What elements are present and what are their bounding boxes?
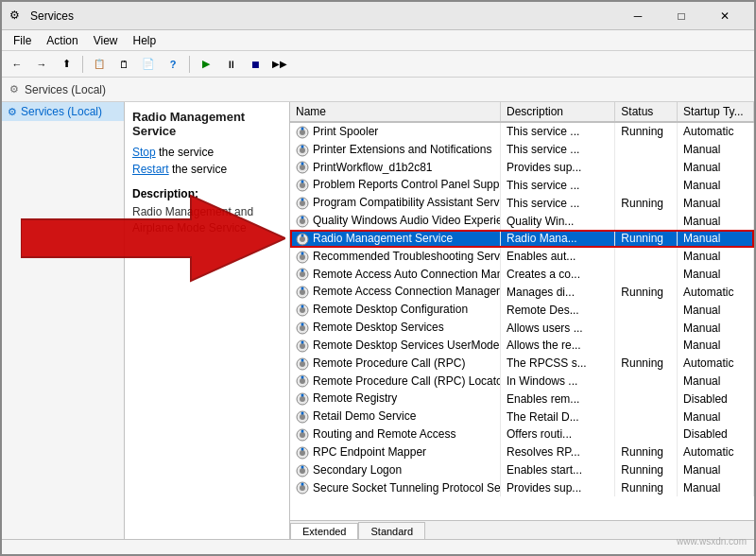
svg-point-13 [300,200,305,206]
svg-point-25 [300,271,305,277]
back-button[interactable]: ← [6,54,28,75]
menu-file[interactable]: File [6,32,39,49]
col-header-name[interactable]: Name [290,102,500,122]
service-status-cell [615,337,678,355]
svg-point-11 [301,181,304,183]
service-name-cell: Recommended Troubleshooting Service [290,248,500,266]
help-button[interactable]: ? [162,54,184,75]
table-row[interactable]: Remote Access Connection ManagerManages … [290,283,754,301]
svg-point-23 [301,252,304,254]
service-icon [296,410,309,424]
svg-point-20 [301,234,304,236]
service-name-cell: Secure Socket Tunneling Protocol Service [290,479,500,497]
service-startup-cell: Manual [678,301,754,319]
table-row[interactable]: PrintWorkflow_d1b2c81Provides sup...Manu… [290,159,754,177]
table-row[interactable]: Remote Desktop Services UserMode Po...Al… [290,337,754,355]
sidebar-item-services-local[interactable]: ⚙ Services (Local) [2,102,124,121]
start-service-button[interactable]: ▶ [195,54,217,75]
stop-service-button[interactable]: ⏹ [244,54,266,75]
service-startup-cell: Automatic [678,355,754,373]
service-desc-cell: Manages di... [500,283,614,301]
table-row[interactable]: Remote Procedure Call (RPC)The RPCSS s..… [290,355,754,373]
window-title: Services [30,9,616,23]
service-startup-cell: Automatic [678,122,754,141]
table-row[interactable]: Routing and Remote AccessOffers routi...… [290,426,754,443]
service-status-cell: Running [615,479,678,497]
table-row[interactable]: Print SpoolerThis service ...RunningAuto… [290,122,754,141]
tab-extended[interactable]: Extended [290,523,358,539]
service-status-cell: Running [615,283,678,301]
svg-point-49 [300,414,305,420]
service-name-cell: PrintWorkflow_d1b2c81 [290,159,500,177]
svg-point-61 [300,485,305,491]
col-header-startup[interactable]: Startup Ty... [678,102,754,122]
service-status-cell [615,319,678,337]
svg-point-4 [300,148,305,153]
table-row[interactable]: Problem Reports Control Panel SupportThi… [290,176,754,194]
service-startup-cell: Disabled [678,426,754,443]
svg-point-47 [301,394,304,397]
svg-point-53 [301,429,304,432]
table-row[interactable]: Printer Extensions and NotificationsThis… [290,141,754,159]
description-label: Description: [132,187,282,200]
table-row[interactable]: Secondary LogonEnables start...RunningMa… [290,461,754,479]
service-status-cell [615,426,678,443]
close-button[interactable]: ✕ [703,2,747,30]
table-row[interactable]: Remote RegistryEnables rem...Disabled [290,390,754,408]
service-startup-cell: Automatic [678,283,754,301]
col-header-description[interactable]: Description [500,102,614,122]
service-desc-cell: Offers routi... [500,426,614,443]
table-row[interactable]: Remote Desktop ServicesAllows users ...M… [290,319,754,337]
restart-service-button[interactable]: ▶▶ [268,54,291,75]
service-startup-cell: Manual [678,337,754,355]
table-row[interactable]: Secure Socket Tunneling Protocol Service… [290,479,754,497]
service-startup-cell: Manual [678,461,754,479]
toolbar-separator-2 [189,56,190,73]
left-panel: Radio Management Service Stop the servic… [125,102,290,539]
stop-link[interactable]: Stop [132,146,156,159]
tab-standard[interactable]: Standard [358,522,425,539]
export-button[interactable]: 📄 [137,54,160,75]
table-row[interactable]: Retail Demo ServiceThe Retail D...Manual [290,408,754,426]
table-row[interactable]: Radio Management ServiceRadio Mana...Run… [290,230,754,248]
table-row[interactable]: RPC Endpoint MapperResolves RP...Running… [290,443,754,461]
service-icon [296,215,309,228]
table-row[interactable]: Remote Procedure Call (RPC) LocatorIn Wi… [290,373,754,391]
service-startup-cell: Manual [678,319,754,337]
service-icon [296,374,309,388]
table-row[interactable]: Remote Access Auto Connection Mana...Cre… [290,266,754,284]
col-header-status[interactable]: Status [615,102,678,122]
restart-the-service-text: the service [172,163,227,176]
right-panel: Name Description Status Startup Ty... Pr… [290,102,754,539]
service-desc-cell: The Retail D... [500,408,614,426]
table-row[interactable]: Program Compatibility Assistant ServiceT… [290,194,754,212]
table-row[interactable]: Quality Windows Audio Video Experien...Q… [290,212,754,230]
maximize-button[interactable]: □ [660,2,703,30]
table-row[interactable]: Recommended Troubleshooting ServiceEnabl… [290,248,754,266]
forward-button[interactable]: → [30,54,53,75]
minimize-button[interactable]: ─ [616,2,660,30]
service-desc-cell: Enables start... [500,461,614,479]
main-window: ⚙ Services ─ □ ✕ File Action View Help ←… [0,0,756,556]
menu-view[interactable]: View [86,32,126,49]
svg-point-26 [301,269,304,272]
status-bar [2,539,754,556]
toolbar-separator-1 [82,56,83,73]
show-hide-button[interactable]: 📋 [88,54,111,75]
svg-point-52 [300,432,305,438]
menu-help[interactable]: Help [126,32,164,49]
properties-button[interactable]: 🗒 [112,54,135,75]
restart-link[interactable]: Restart [132,163,169,176]
service-icon [296,428,309,442]
svg-point-44 [301,376,304,379]
services-table-container[interactable]: Name Description Status Startup Ty... Pr… [290,102,754,520]
table-row[interactable]: Remote Desktop ConfigurationRemote Des..… [290,301,754,319]
services-table: Name Description Status Startup Ty... Pr… [290,102,754,496]
menu-action[interactable]: Action [39,32,85,49]
service-status-cell [615,159,678,177]
up-button[interactable]: ⬆ [55,54,77,75]
service-startup-cell: Manual [678,176,754,194]
service-startup-cell: Manual [678,194,754,212]
pause-service-button[interactable]: ⏸ [219,54,242,75]
service-startup-cell: Manual [678,248,754,266]
